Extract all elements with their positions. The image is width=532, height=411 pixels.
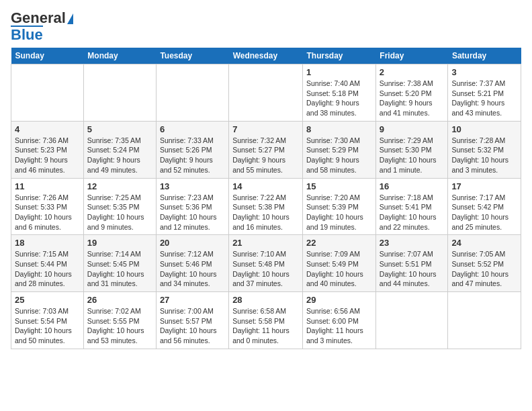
col-header-monday: Monday [83,48,156,64]
day-number: 7 [232,124,299,134]
page-header: General Blue [11,11,521,42]
calendar-cell: 10Sunrise: 7:28 AM Sunset: 5:32 PM Dayli… [448,121,521,178]
calendar-cell: 12Sunrise: 7:25 AM Sunset: 5:35 PM Dayli… [83,178,156,235]
day-info: Sunrise: 7:26 AM Sunset: 5:33 PM Dayligh… [15,193,80,232]
calendar-cell: 19Sunrise: 7:14 AM Sunset: 5:45 PM Dayli… [83,235,156,292]
day-info: Sunrise: 7:00 AM Sunset: 5:57 PM Dayligh… [160,306,225,346]
day-number: 29 [306,295,372,305]
col-header-friday: Friday [375,48,448,64]
calendar-cell [156,64,228,122]
day-number: 8 [306,124,372,134]
calendar-cell: 23Sunrise: 7:07 AM Sunset: 5:51 PM Dayli… [375,235,448,292]
day-info: Sunrise: 7:09 AM Sunset: 5:49 PM Dayligh… [306,249,372,289]
calendar-cell: 15Sunrise: 7:20 AM Sunset: 5:39 PM Dayli… [303,178,376,235]
day-number: 26 [87,295,152,305]
calendar-cell: 1Sunrise: 7:40 AM Sunset: 5:18 PM Daylig… [303,64,376,122]
day-info: Sunrise: 7:18 AM Sunset: 5:41 PM Dayligh… [380,193,445,232]
day-number: 25 [15,295,80,305]
day-info: Sunrise: 7:32 AM Sunset: 5:27 PM Dayligh… [232,136,299,175]
day-number: 14 [232,181,299,191]
day-number: 19 [87,238,152,248]
calendar-week-row: 25Sunrise: 7:03 AM Sunset: 5:54 PM Dayli… [11,292,521,349]
logo-text: General [11,11,74,26]
day-info: Sunrise: 7:05 AM Sunset: 5:52 PM Dayligh… [451,249,517,289]
day-info: Sunrise: 7:33 AM Sunset: 5:26 PM Dayligh… [160,136,225,175]
col-header-thursday: Thursday [303,48,376,64]
day-number: 22 [306,238,372,248]
calendar-cell: 5Sunrise: 7:35 AM Sunset: 5:24 PM Daylig… [83,121,156,178]
calendar-cell: 28Sunrise: 6:58 AM Sunset: 5:58 PM Dayli… [229,292,303,349]
day-info: Sunrise: 7:20 AM Sunset: 5:39 PM Dayligh… [306,193,372,232]
calendar-cell: 6Sunrise: 7:33 AM Sunset: 5:26 PM Daylig… [156,121,228,178]
day-number: 27 [160,295,225,305]
day-info: Sunrise: 7:17 AM Sunset: 5:42 PM Dayligh… [451,193,517,232]
day-number: 15 [306,181,372,191]
day-info: Sunrise: 7:15 AM Sunset: 5:44 PM Dayligh… [15,249,80,289]
calendar-cell: 3Sunrise: 7:37 AM Sunset: 5:21 PM Daylig… [448,64,521,122]
col-header-tuesday: Tuesday [156,48,228,64]
day-number: 10 [451,124,517,134]
logo-blue: Blue [11,26,43,42]
day-number: 20 [160,238,225,248]
day-info: Sunrise: 7:07 AM Sunset: 5:51 PM Dayligh… [380,249,445,289]
calendar-week-row: 11Sunrise: 7:26 AM Sunset: 5:33 PM Dayli… [11,178,521,235]
day-number: 11 [15,181,80,191]
day-info: Sunrise: 7:38 AM Sunset: 5:20 PM Dayligh… [380,79,445,118]
day-info: Sunrise: 7:10 AM Sunset: 5:48 PM Dayligh… [232,249,299,289]
day-number: 2 [380,67,445,77]
day-info: Sunrise: 7:37 AM Sunset: 5:21 PM Dayligh… [451,79,517,118]
calendar-cell: 26Sunrise: 7:02 AM Sunset: 5:55 PM Dayli… [83,292,156,349]
calendar-table: SundayMondayTuesdayWednesdayThursdayFrid… [11,48,521,349]
day-number: 23 [380,238,445,248]
logo: General Blue [11,11,74,42]
day-info: Sunrise: 7:14 AM Sunset: 5:45 PM Dayligh… [87,249,152,289]
calendar-cell: 18Sunrise: 7:15 AM Sunset: 5:44 PM Dayli… [11,235,84,292]
calendar-week-row: 18Sunrise: 7:15 AM Sunset: 5:44 PM Dayli… [11,235,521,292]
day-info: Sunrise: 7:22 AM Sunset: 5:38 PM Dayligh… [232,193,299,232]
day-info: Sunrise: 6:56 AM Sunset: 6:00 PM Dayligh… [306,306,372,346]
day-info: Sunrise: 7:25 AM Sunset: 5:35 PM Dayligh… [87,193,152,232]
calendar-cell: 16Sunrise: 7:18 AM Sunset: 5:41 PM Dayli… [375,178,448,235]
day-number: 5 [87,124,152,134]
calendar-cell [229,64,303,122]
calendar-cell: 21Sunrise: 7:10 AM Sunset: 5:48 PM Dayli… [229,235,303,292]
col-header-saturday: Saturday [448,48,521,64]
calendar-cell: 17Sunrise: 7:17 AM Sunset: 5:42 PM Dayli… [448,178,521,235]
calendar-cell: 13Sunrise: 7:23 AM Sunset: 5:36 PM Dayli… [156,178,228,235]
col-header-sunday: Sunday [11,48,84,64]
calendar-cell: 20Sunrise: 7:12 AM Sunset: 5:46 PM Dayli… [156,235,228,292]
day-info: Sunrise: 7:30 AM Sunset: 5:29 PM Dayligh… [306,136,372,175]
calendar-header-row: SundayMondayTuesdayWednesdayThursdayFrid… [11,48,521,64]
day-number: 24 [451,238,517,248]
day-info: Sunrise: 7:29 AM Sunset: 5:30 PM Dayligh… [380,136,445,175]
day-number: 6 [160,124,225,134]
calendar-cell: 4Sunrise: 7:36 AM Sunset: 5:23 PM Daylig… [11,121,84,178]
day-number: 18 [15,238,80,248]
calendar-week-row: 1Sunrise: 7:40 AM Sunset: 5:18 PM Daylig… [11,64,521,122]
calendar-cell: 29Sunrise: 6:56 AM Sunset: 6:00 PM Dayli… [303,292,376,349]
day-number: 13 [160,181,225,191]
calendar-cell: 8Sunrise: 7:30 AM Sunset: 5:29 PM Daylig… [303,121,376,178]
calendar-cell: 9Sunrise: 7:29 AM Sunset: 5:30 PM Daylig… [375,121,448,178]
calendar-cell [11,64,84,122]
calendar-cell: 11Sunrise: 7:26 AM Sunset: 5:33 PM Dayli… [11,178,84,235]
day-number: 28 [232,295,299,305]
day-info: Sunrise: 7:28 AM Sunset: 5:32 PM Dayligh… [451,136,517,175]
day-number: 4 [15,124,80,134]
day-number: 12 [87,181,152,191]
day-info: Sunrise: 7:23 AM Sunset: 5:36 PM Dayligh… [160,193,225,232]
col-header-wednesday: Wednesday [229,48,303,64]
day-number: 21 [232,238,299,248]
day-info: Sunrise: 7:02 AM Sunset: 5:55 PM Dayligh… [87,306,152,346]
calendar-cell: 2Sunrise: 7:38 AM Sunset: 5:20 PM Daylig… [375,64,448,122]
day-info: Sunrise: 7:12 AM Sunset: 5:46 PM Dayligh… [160,249,225,289]
day-info: Sunrise: 7:36 AM Sunset: 5:23 PM Dayligh… [15,136,80,175]
day-info: Sunrise: 7:03 AM Sunset: 5:54 PM Dayligh… [15,306,80,346]
day-number: 3 [451,67,517,77]
day-info: Sunrise: 7:35 AM Sunset: 5:24 PM Dayligh… [87,136,152,175]
day-info: Sunrise: 7:40 AM Sunset: 5:18 PM Dayligh… [306,79,372,118]
day-number: 16 [380,181,445,191]
calendar-cell: 14Sunrise: 7:22 AM Sunset: 5:38 PM Dayli… [229,178,303,235]
calendar-cell: 25Sunrise: 7:03 AM Sunset: 5:54 PM Dayli… [11,292,84,349]
calendar-cell: 22Sunrise: 7:09 AM Sunset: 5:49 PM Dayli… [303,235,376,292]
